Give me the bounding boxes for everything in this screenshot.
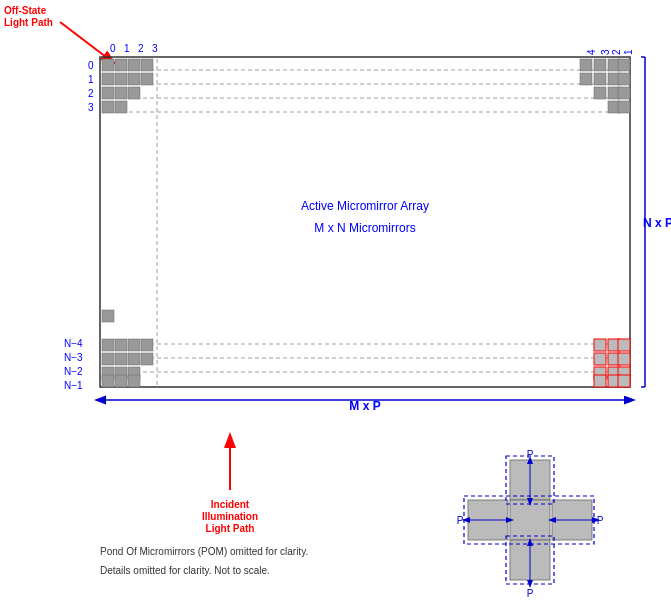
svg-rect-19: [102, 101, 114, 113]
row-label-3: 3: [88, 102, 94, 113]
pom-p-right: P: [597, 515, 604, 526]
svg-rect-26: [594, 73, 606, 85]
svg-rect-40: [128, 353, 140, 365]
svg-rect-29: [594, 87, 606, 99]
off-state-label2: Light Path: [4, 17, 53, 28]
row-label-nm3: N−3: [64, 352, 83, 363]
row-label-nm1: N−1: [64, 380, 83, 391]
incident-label3: Light Path: [206, 523, 255, 534]
row-label-0: 0: [88, 60, 94, 71]
col-label-0: 0: [110, 43, 116, 54]
svg-rect-9: [115, 59, 127, 71]
svg-rect-57: [594, 375, 606, 387]
col-label-r4: 4: [586, 49, 597, 55]
col-label-r2: 2: [611, 49, 622, 55]
svg-rect-18: [128, 87, 140, 99]
col-label-2: 2: [138, 43, 144, 54]
svg-rect-8: [102, 59, 114, 71]
svg-rect-60: [102, 310, 114, 322]
diagram-container: Off-State Light Path: [0, 0, 671, 600]
svg-rect-46: [115, 375, 127, 387]
row-label-2: 2: [88, 88, 94, 99]
svg-rect-25: [580, 73, 592, 85]
svg-rect-12: [102, 73, 114, 85]
svg-rect-11: [141, 59, 153, 71]
svg-rect-21: [580, 59, 592, 71]
svg-rect-34: [102, 339, 114, 351]
active-array-label: Active Micromirror Array: [301, 199, 429, 213]
svg-rect-68: [510, 500, 550, 540]
svg-rect-39: [115, 353, 127, 365]
svg-rect-53: [618, 353, 630, 365]
pond-label: Pond Of Micromirrors (POM) omitted for c…: [100, 546, 308, 557]
svg-rect-45: [102, 375, 114, 387]
svg-rect-47: [128, 375, 140, 387]
incident-label: Incident: [211, 499, 250, 510]
svg-rect-22: [594, 59, 606, 71]
svg-rect-31: [618, 87, 630, 99]
svg-rect-41: [141, 353, 153, 365]
svg-rect-17: [115, 87, 127, 99]
row-label-1: 1: [88, 74, 94, 85]
svg-rect-50: [618, 339, 630, 351]
svg-rect-33: [618, 101, 630, 113]
svg-rect-20: [115, 101, 127, 113]
pom-p-bottom: P: [527, 588, 534, 599]
col-label-3: 3: [152, 43, 158, 54]
col-label-r1: 1: [623, 49, 634, 55]
svg-rect-51: [594, 353, 606, 365]
svg-rect-35: [115, 339, 127, 351]
svg-rect-48: [594, 339, 606, 351]
incident-label2: Illumination: [202, 511, 258, 522]
svg-rect-10: [128, 59, 140, 71]
svg-rect-13: [115, 73, 127, 85]
svg-rect-37: [141, 339, 153, 351]
nxp-label: N x P: [643, 216, 671, 230]
svg-line-0: [60, 22, 110, 60]
svg-rect-15: [141, 73, 153, 85]
svg-rect-36: [128, 339, 140, 351]
row-label-nm2: N−2: [64, 366, 83, 377]
svg-rect-28: [618, 73, 630, 85]
mxp-label: M x P: [349, 399, 380, 413]
svg-rect-16: [102, 87, 114, 99]
col-label-r3: 3: [600, 49, 611, 55]
pom-p-top: P: [527, 449, 534, 460]
svg-rect-14: [128, 73, 140, 85]
row-label-nm4: N−4: [64, 338, 83, 349]
mxn-label: M x N Micromirrors: [314, 221, 415, 235]
svg-rect-59: [618, 375, 630, 387]
col-label-1: 1: [124, 43, 130, 54]
off-state-label: Off-State: [4, 5, 47, 16]
svg-rect-38: [102, 353, 114, 365]
pom-p-left: P: [457, 515, 464, 526]
details-label: Details omitted for clarity. Not to scal…: [100, 565, 270, 576]
svg-rect-24: [618, 59, 630, 71]
